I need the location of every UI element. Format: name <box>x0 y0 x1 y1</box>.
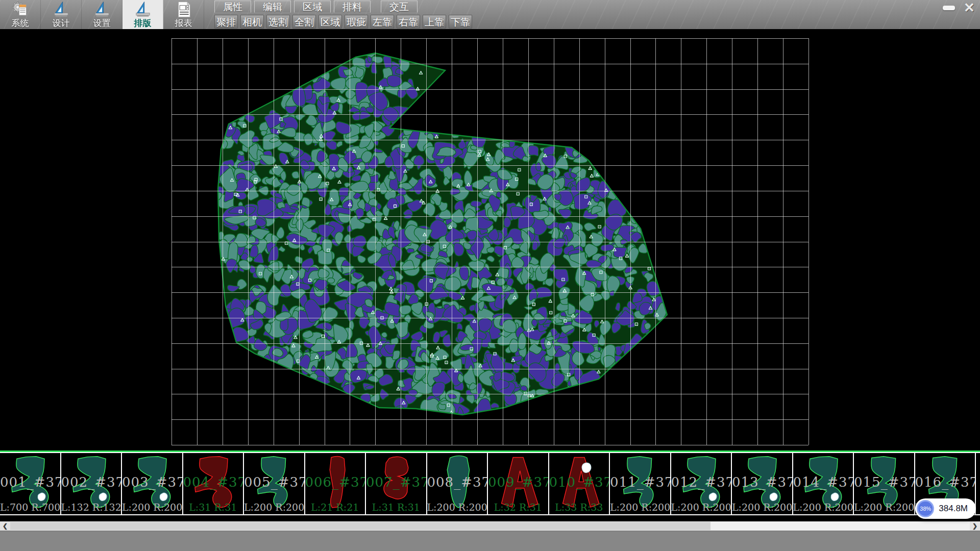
action-button-10[interactable]: 下靠 <box>449 15 472 29</box>
thumbnail-cell-10[interactable]: 010_#37L:33 R:33 <box>549 453 610 514</box>
window-controls: ✕ <box>940 1 978 14</box>
minimize-button[interactable] <box>940 1 958 14</box>
piece-lr-label: L:200 R:200 <box>122 502 182 513</box>
piece-name-label: 004_#37 <box>183 474 243 490</box>
nesting-canvas[interactable] <box>0 29 980 450</box>
close-button[interactable]: ✕ <box>961 1 978 14</box>
action-button-2[interactable]: 相机 <box>240 15 264 29</box>
menu-tab-row: 属性编辑区域排料交互 <box>214 1 418 13</box>
thumbnail-cell-7[interactable]: 007_#37L:31 R:31 <box>366 453 427 514</box>
set-square-icon <box>52 1 70 18</box>
piece-name-label: 008_#37 <box>427 474 487 490</box>
thumbnail-cells: 001_#37L:700 R:700002_#37L:132 R:132003_… <box>0 452 980 515</box>
menu-tab-1[interactable]: 属性 <box>214 1 251 13</box>
app-label: 系统 <box>12 17 29 29</box>
app-label: 设置 <box>93 17 111 29</box>
piece-lr-label: L:200 R:200 <box>793 502 853 513</box>
piece-name-label: 014_#37 <box>793 474 853 490</box>
piece-lr-label: L:200 R:200 <box>244 502 304 513</box>
thumbnail-cell-14[interactable]: 014_#37L:200 R:200 <box>793 453 854 514</box>
piece-lr-label: L:31 R:31 <box>366 502 426 513</box>
piece-lr-label: L:200 R:200 <box>854 502 914 513</box>
app-button-1[interactable]: 系统 <box>0 0 41 29</box>
menu-tab-5[interactable]: 交互 <box>381 1 418 13</box>
action-button-7[interactable]: 左靠 <box>371 15 394 29</box>
piece-lr-label: L:32 R:31 <box>488 502 548 513</box>
memory-usage-value: 384.8M <box>939 504 968 514</box>
piece-lr-label: L:200 R:200 <box>427 502 487 513</box>
gear-doc-icon <box>11 1 30 18</box>
thumbnail-cell-13[interactable]: 013_#37L:200 R:200 <box>732 453 793 514</box>
thumbnail-cell-12[interactable]: 012_#37L:200 R:200 <box>671 453 732 514</box>
scrollbar-thumb[interactable] <box>10 522 710 530</box>
thumbnail-cell-5[interactable]: 005_#37L:200 R:200 <box>244 453 305 514</box>
action-button-5[interactable]: 区域 <box>318 15 342 29</box>
horizontal-scrollbar[interactable]: ❮ ❯ <box>0 521 980 531</box>
top-toolbar: 系统设计设置排版报表 属性编辑区域排料交互 聚排相机选割全割区域瑕疵左靠右靠上靠… <box>0 0 980 29</box>
action-button-9[interactable]: 上靠 <box>423 15 446 29</box>
action-button-4[interactable]: 全割 <box>292 15 316 29</box>
action-button-3[interactable]: 选割 <box>266 15 290 29</box>
minimize-icon <box>943 6 955 10</box>
app-button-5[interactable]: 报表 <box>163 0 204 29</box>
report-doc-icon <box>175 1 193 18</box>
piece-name-label: 013_#37 <box>732 474 792 490</box>
status-bar <box>0 531 980 551</box>
app-label: 报表 <box>175 17 192 29</box>
piece-name-label: 003_#37 <box>122 474 182 490</box>
thumbnail-cell-2[interactable]: 002_#37L:132 R:132 <box>61 453 122 514</box>
piece-name-label: 012_#37 <box>671 474 731 490</box>
piece-name-label: 001_#37 <box>0 474 60 490</box>
piece-lr-label: L:31 R:31 <box>183 502 243 513</box>
piece-lr-label: L:700 R:700 <box>0 502 60 513</box>
set-square-icon <box>93 1 111 18</box>
app-button-4[interactable]: 排版 <box>122 0 163 29</box>
thumbnail-cell-8[interactable]: 008_#37L:200 R:200 <box>427 453 488 514</box>
piece-name-label: 011_#37 <box>610 474 670 490</box>
piece-name-label: 009_#37 <box>488 474 548 490</box>
piece-lr-label: L:33 R:33 <box>549 502 609 513</box>
action-button-8[interactable]: 右靠 <box>397 15 420 29</box>
piece-name-label: 0 <box>976 474 980 490</box>
cpu-percent-indicator: 38% <box>917 500 934 517</box>
action-button-1[interactable]: 聚排 <box>214 15 238 29</box>
thumbnail-cell-11[interactable]: 011_#37L:200 R:200 <box>610 453 671 514</box>
piece-name-label: 010_#37 <box>549 474 609 490</box>
set-square-icon <box>134 1 152 18</box>
thumbnail-cell-15[interactable]: 015_#37L:200 R:200 <box>854 453 915 514</box>
piece-name-label: 015_#37 <box>854 474 914 490</box>
piece-lr-label: L:21 R:21 <box>305 502 365 513</box>
app-button-3[interactable]: 设置 <box>82 0 122 29</box>
piece-lr-label: L: <box>976 502 980 513</box>
action-button-6[interactable]: 瑕疵 <box>345 15 368 29</box>
piece-name-label: 005_#37 <box>244 474 304 490</box>
piece-thumbnail-strip: 001_#37L:700 R:700002_#37L:132 R:132003_… <box>0 450 980 515</box>
piece-lr-label: L:200 R:200 <box>732 502 792 513</box>
scroll-right-icon[interactable]: ❯ <box>970 521 980 531</box>
action-button-row: 聚排相机选割全割区域瑕疵左靠右靠上靠下靠 <box>214 15 472 29</box>
piece-name-label: 007_#37 <box>366 474 426 490</box>
piece-name-label: 002_#37 <box>61 474 121 490</box>
thumbnail-cell-9[interactable]: 009_#37L:32 R:31 <box>488 453 549 514</box>
scroll-left-icon[interactable]: ❮ <box>0 521 10 531</box>
app-button-2[interactable]: 设计 <box>41 0 82 29</box>
piece-name-label: 016_#37 <box>915 474 975 490</box>
menu-tab-2[interactable]: 编辑 <box>254 1 291 13</box>
piece-lr-label: L:200 R:200 <box>671 502 731 513</box>
app-label: 设计 <box>53 17 70 29</box>
application-window: 系统设计设置排版报表 属性编辑区域排料交互 聚排相机选割全割区域瑕疵左靠右靠上靠… <box>0 0 980 551</box>
app-launcher: 系统设计设置排版报表 <box>0 0 204 29</box>
memory-usage-badge: 38% 384.8M <box>915 498 976 519</box>
thumbnail-cell-6[interactable]: 006_#37L:21 R:21 <box>305 453 366 514</box>
piece-name-label: 006_#37 <box>305 474 365 490</box>
piece-lr-label: L:132 R:132 <box>61 502 121 513</box>
thumbnail-cell-3[interactable]: 003_#37L:200 R:200 <box>122 453 183 514</box>
app-label: 排版 <box>134 17 152 29</box>
menu-tab-3[interactable]: 区域 <box>294 1 331 13</box>
thumbnail-cell-17[interactable]: 0L: <box>976 453 980 514</box>
thumbnail-cell-1[interactable]: 001_#37L:700 R:700 <box>0 453 61 514</box>
menu-tab-4[interactable]: 排料 <box>334 1 371 13</box>
piece-lr-label: L:200 R:200 <box>610 502 670 513</box>
thumbnail-cell-4[interactable]: 004_#37L:31 R:31 <box>183 453 244 514</box>
